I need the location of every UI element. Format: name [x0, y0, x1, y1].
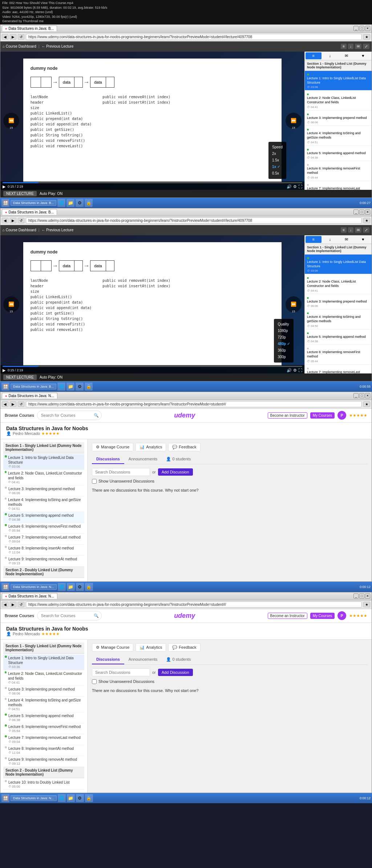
sidebar-toggle-2[interactable]: ≡ [341, 227, 347, 233]
address-field-4[interactable]: https://www.udemy.com/data-structures-in… [26, 601, 362, 608]
sidebar-lecture-4[interactable]: Lecture 4: Implementing toString and get… [305, 126, 372, 145]
app-icon-3[interactable]: ⚙ [76, 383, 84, 391]
app-icon-7[interactable]: ⚙ [76, 794, 84, 802]
file-icon-2[interactable]: 📁 [66, 383, 74, 391]
start-btn-1[interactable]: 🪟 [1, 199, 9, 207]
sidebar-tab-list-2[interactable]: ≡ [306, 236, 322, 243]
share-btn-1[interactable]: ✉ [355, 44, 361, 49]
browser-tab-1[interactable]: ● Data Structures in Java: B... [2, 25, 57, 31]
maximize-btn-4[interactable]: □ [359, 593, 364, 599]
maximize-btn-2[interactable]: □ [359, 209, 364, 215]
search-input-2[interactable] [37, 611, 102, 620]
quality-480p[interactable]: 480p ✓ [278, 341, 290, 347]
course-lec-2-1[interactable]: Lecture 1: Intro to Singly LinkedList Da… [3, 655, 84, 670]
speed-2x-1[interactable]: 2x [272, 151, 283, 157]
play-pause-btn-2[interactable]: ▶ [3, 368, 5, 373]
minimize-btn-4[interactable]: _ [353, 593, 359, 599]
sidebar-lecture-2-5[interactable]: Lecture 5: Implementing append method ⏱ … [305, 329, 372, 345]
sidebar-tab-download-2[interactable]: ↓ [322, 236, 338, 243]
address-field-1[interactable]: https://www.udemy.com/data-structures-in… [26, 34, 362, 40]
progress-bar-1[interactable] [3, 182, 302, 183]
fullscreen-btn-1[interactable]: ⛶ [298, 184, 302, 189]
students-tab-2[interactable]: 👤 0 students [162, 655, 195, 664]
close-btn-4[interactable]: ✕ [365, 593, 370, 599]
sidebar-lecture-6[interactable]: Lecture 6: Implementing removeFirst meth… [305, 161, 372, 181]
course-dashboard-link-1[interactable]: ⌂ Course Dashboard [3, 44, 36, 48]
share-btn-2[interactable]: ✉ [355, 227, 361, 233]
bookmark-btn-3[interactable]: ★ [363, 401, 370, 407]
course-lec-2-6[interactable]: Lecture 6: Implementing removeFirst meth… [3, 723, 84, 734]
students-tab-1[interactable]: 👤 0 students [162, 455, 195, 464]
course-lec-2-2[interactable]: Lecture 2: Node Class, LinkedList Constr… [3, 670, 84, 686]
unanswered-checkbox-2[interactable] [92, 679, 97, 684]
course-lec-1-3[interactable]: Lecture 3: Implementing prepend method ⏱… [3, 485, 84, 496]
announcements-tab-1[interactable]: Announcements [124, 455, 162, 464]
maximize-btn-1[interactable]: □ [359, 26, 364, 31]
discussions-tab-1[interactable]: Discussions [92, 455, 124, 464]
sidebar-lecture-2-2[interactable]: Lecture 2: Node Class, LinkedList Constr… [305, 274, 372, 294]
progress-bar-2[interactable] [3, 366, 302, 367]
quality-360p[interactable]: 360p [278, 347, 290, 354]
course-lec-1-4[interactable]: Lecture 4: Implementing toString and get… [3, 496, 84, 512]
next-lecture-btn-2[interactable]: NEXT LECTURE [3, 375, 37, 380]
browser-task-2[interactable]: Data Structures in Java: B... [11, 384, 56, 389]
close-btn-1[interactable]: ✕ [365, 26, 370, 31]
close-btn-3[interactable]: ✕ [365, 393, 370, 398]
sidebar-tab-download-1[interactable]: ↓ [322, 52, 338, 59]
forward-btn-2[interactable]: ▶ [10, 218, 16, 223]
course-lec-1-9[interactable]: Lecture 9: Implementing removeAt method … [3, 556, 84, 567]
start-btn-3[interactable]: 🪟 [1, 583, 9, 591]
app-icon-4[interactable]: 🔒 [85, 383, 93, 391]
sidebar-lecture-3[interactable]: Lecture 3: Implementing prepend method ⏱… [305, 111, 372, 126]
minimize-btn-1[interactable]: _ [353, 26, 359, 31]
course-lec-2-5[interactable]: Lecture 5: Implementing append method ⏱0… [3, 712, 84, 723]
course-lec-1-1[interactable]: Lecture 1: Intro to Singly LinkedList Da… [3, 454, 84, 470]
browser-task-4[interactable]: Data Structures in Java: N... [11, 795, 57, 801]
close-btn-2[interactable]: ✕ [365, 209, 370, 215]
disc-search-input-1[interactable] [92, 468, 150, 476]
course-lec-1-6[interactable]: Lecture 6: Implementing removeFirst meth… [3, 523, 84, 534]
sidebar-tab-fav-1[interactable]: ♥ [355, 52, 371, 59]
bookmark-btn-2[interactable]: ★ [363, 218, 370, 223]
expand-btn-1[interactable]: ⤢ [363, 44, 369, 49]
refresh-btn-1[interactable]: ↺ [18, 34, 24, 40]
file-icon-1[interactable]: 📁 [66, 199, 74, 207]
back-btn-3[interactable]: ◀ [2, 401, 8, 407]
feedback-btn-1[interactable]: 💬 Feedback [168, 443, 200, 451]
announcements-tab-2[interactable]: Announcements [124, 655, 162, 664]
refresh-btn-2[interactable]: ↺ [18, 218, 24, 223]
maximize-btn-3[interactable]: □ [359, 393, 364, 398]
browser-tab-2[interactable]: ● Data Structures in Java: B... [2, 209, 57, 215]
back-btn-4[interactable]: ◀ [2, 602, 8, 607]
speed-0-5x-1[interactable]: 0.5x [272, 170, 283, 177]
app-icon-1[interactable]: ⚙ [76, 199, 84, 207]
sidebar-lecture-2[interactable]: Lecture 2: Node Class, LinkedList Constr… [305, 91, 372, 110]
search-input-1[interactable] [37, 411, 102, 420]
address-field-3[interactable]: https://www.udemy.com/data-structures-in… [26, 401, 362, 407]
start-btn-2[interactable]: 🪟 [1, 383, 9, 391]
settings-btn-2[interactable]: ⚙ [293, 368, 297, 373]
sidebar-lecture-7[interactable]: Lecture 7: Implementing removeLast metho… [305, 181, 372, 190]
course-lec-1-2[interactable]: Lecture 2: Node Class, LinkedList Constr… [3, 470, 84, 485]
chrome-icon-2[interactable]: 🌐 [57, 383, 65, 391]
manage-course-btn-2[interactable]: ⚙ Manage Course [92, 643, 133, 652]
course-lec-2-9[interactable]: Lecture 9: Implementing removeAt method … [3, 756, 84, 767]
app-icon-5[interactable]: ⚙ [76, 583, 84, 591]
file-icon-4[interactable]: 📁 [67, 794, 75, 802]
add-discussion-btn-1[interactable]: Add Discussion [158, 468, 193, 476]
course-lec-2-8[interactable]: Lecture 8: Implementing insertAt method … [3, 745, 84, 756]
course-lec-2-7[interactable]: Lecture 7: Implementing removeLast metho… [3, 734, 84, 745]
sidebar-tab-chat-2[interactable]: ✉ [339, 236, 355, 243]
sidebar-lecture-2-7[interactable]: Lecture 7: Implementing removeLast metho… [305, 365, 372, 373]
address-field-2[interactable]: https://www.udemy.com/data-structures-in… [26, 217, 362, 224]
analytics-btn-1[interactable]: 📊 Analytics [136, 443, 166, 451]
minimize-btn-3[interactable]: _ [353, 393, 359, 398]
disc-search-input-2[interactable] [92, 668, 150, 676]
chrome-icon-4[interactable]: 🌐 [58, 794, 66, 802]
browser-tab-3[interactable]: ● Data Structures in Java: N... [2, 393, 57, 399]
sidebar-lecture-2-3[interactable]: Lecture 3: Implementing prepend method ⏱… [305, 294, 372, 310]
next-lecture-btn-1[interactable]: NEXT LECTURE [3, 191, 37, 196]
quality-1080p[interactable]: 1080p [278, 328, 290, 334]
prev-lecture-link-1[interactable]: ← Previous Lecture [41, 44, 73, 48]
browser-task-3[interactable]: Data Structures in Java: N... [11, 584, 57, 590]
